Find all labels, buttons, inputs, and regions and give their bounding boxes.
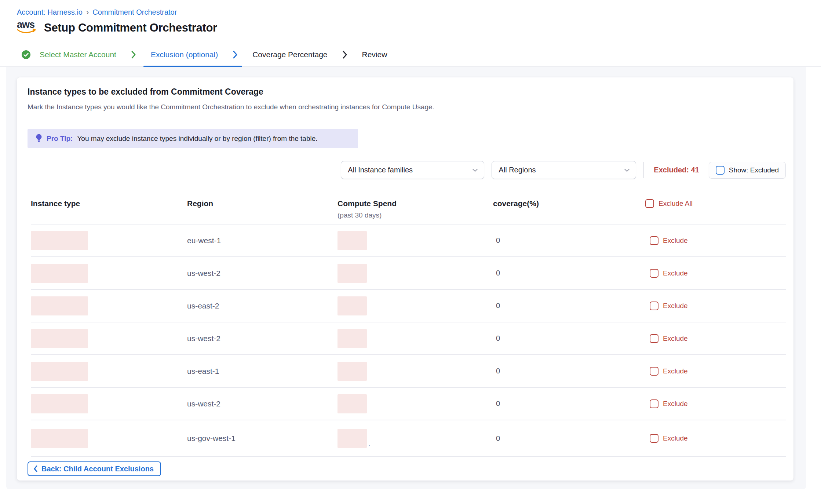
column-header-instance-type: Instance type: [31, 199, 187, 208]
step-select-master-account[interactable]: Select Master Account: [21, 43, 118, 66]
step-exclusion-optional[interactable]: Exclusion (optional): [149, 43, 220, 66]
coverage-cell: 0: [493, 399, 645, 408]
compute-spend-cell: .: [337, 429, 493, 448]
instance-families-select[interactable]: All Instance families: [341, 161, 484, 179]
exclude-all-control[interactable]: Exclude All: [645, 199, 786, 208]
exclude-all-checkbox[interactable]: [645, 199, 654, 208]
page-title: Setup Commitment Orchestrator: [44, 21, 217, 34]
compute-spend-cell: [337, 296, 493, 315]
redacted-instance-type: [31, 429, 88, 448]
column-header-compute-spend: Compute Spend (past 30 days): [337, 199, 493, 219]
compute-spend-header-label: Compute Spend: [337, 199, 493, 208]
table-row: us-gov-west-1 . 0 Exclude: [31, 420, 786, 457]
instance-type-cell: [31, 231, 187, 250]
exclude-checkbox[interactable]: [650, 236, 658, 245]
wizard-stepper: Select Master Account Exclusion (optiona…: [0, 43, 821, 67]
redacted-instance-type: [31, 296, 88, 315]
region-cell: eu-west-1: [187, 236, 337, 245]
coverage-cell: 0: [493, 236, 645, 245]
table-body: eu-west-1 0 Exclude us-west-2 0 Exclude …: [31, 224, 786, 457]
exclude-checkbox[interactable]: [650, 399, 658, 408]
instance-type-cell: [31, 329, 187, 348]
instance-exclusion-table: Instance type Region Compute Spend (past…: [31, 193, 786, 457]
compute-spend-header-period: (past 30 days): [337, 211, 493, 219]
redacted-compute-spend: [337, 264, 367, 283]
chevron-right-icon: [233, 50, 238, 59]
chevron-right-icon: [131, 50, 136, 59]
exclude-label: Exclude: [663, 237, 688, 245]
exclude-checkbox[interactable]: [650, 269, 658, 278]
chevron-down-icon: [472, 168, 478, 172]
compute-spend-cell: [337, 329, 493, 348]
excluded-count: Excluded: 41: [654, 166, 699, 174]
exclude-control[interactable]: Exclude: [645, 399, 786, 408]
exclude-checkbox[interactable]: [650, 334, 658, 343]
setup-commitment-orchestrator-page: Account: Harness.io › Commitment Orchest…: [0, 0, 821, 504]
redacted-compute-spend: [337, 329, 367, 348]
instance-type-cell: [31, 264, 187, 283]
instance-families-select-value: All Instance families: [348, 166, 413, 174]
table-row: eu-west-1 0 Exclude: [31, 224, 786, 257]
exclude-checkbox[interactable]: [650, 367, 658, 376]
chevron-right-icon: [342, 50, 347, 59]
redacted-instance-type: [31, 231, 88, 250]
redacted-compute-spend: [337, 231, 367, 250]
step-completed-check-icon: [21, 50, 31, 59]
exclude-control[interactable]: Exclude: [645, 334, 786, 343]
exclude-label: Exclude: [663, 434, 688, 442]
content-panel: Instance types to be excluded from Commi…: [6, 67, 806, 489]
instance-type-cell: [31, 429, 187, 448]
region-cell: us-gov-west-1: [187, 434, 337, 443]
regions-select-value: All Regions: [499, 166, 536, 174]
title-row: aws Setup Commitment Orchestrator: [17, 20, 217, 36]
lightbulb-icon: [36, 134, 42, 144]
region-cell: us-west-2: [187, 399, 337, 408]
regions-select[interactable]: All Regions: [492, 161, 636, 179]
filter-row: All Instance families All Regions Exclud…: [341, 161, 786, 179]
table-row: us-east-1 0 Exclude: [31, 355, 786, 388]
step-coverage-percentage[interactable]: Coverage Percentage: [250, 43, 329, 66]
vertical-divider: [643, 162, 644, 178]
show-excluded-label: Show: Excluded: [729, 166, 779, 174]
redacted-compute-spend: [337, 429, 367, 448]
redacted-instance-type: [31, 362, 88, 381]
redacted-instance-type: [31, 394, 88, 413]
redacted-compute-spend: [337, 296, 367, 315]
instance-type-cell: [31, 296, 187, 315]
show-excluded-checkbox[interactable]: [716, 166, 725, 175]
breadcrumb-separator-icon: ›: [86, 9, 89, 16]
breadcrumb: Account: Harness.io › Commitment Orchest…: [17, 8, 177, 17]
section-subheading: Mark the Instance types you would like t…: [28, 103, 434, 111]
redacted-compute-spend: [337, 394, 367, 413]
back-button-label: Back: Child Account Exclusions: [41, 465, 154, 473]
back-button[interactable]: Back: Child Account Exclusions: [28, 461, 161, 476]
column-header-region: Region: [187, 199, 337, 208]
exclusion-card: Instance types to be excluded from Commi…: [17, 77, 793, 481]
breadcrumb-page-link[interactable]: Commitment Orchestrator: [92, 8, 177, 17]
step-label: Coverage Percentage: [250, 50, 329, 59]
compute-spend-cell: [337, 264, 493, 283]
exclude-checkbox[interactable]: [650, 434, 658, 443]
table-row: us-west-2 0 Exclude: [31, 388, 786, 420]
exclude-control[interactable]: Exclude: [645, 434, 786, 443]
coverage-cell: 0: [493, 334, 645, 343]
section-heading: Instance types to be excluded from Commi…: [28, 87, 263, 97]
step-review[interactable]: Review: [360, 43, 390, 66]
coverage-cell: 0: [493, 434, 645, 443]
compute-spend-cell: [337, 362, 493, 381]
breadcrumb-account-link[interactable]: Account: Harness.io: [17, 8, 83, 17]
exclude-label: Exclude: [663, 302, 688, 310]
step-label: Select Master Account: [37, 50, 118, 59]
table-row: us-east-2 0 Exclude: [31, 290, 786, 322]
exclude-checkbox[interactable]: [650, 302, 658, 310]
exclude-control[interactable]: Exclude: [645, 367, 786, 376]
exclude-control[interactable]: Exclude: [645, 302, 786, 310]
redacted-compute-spend: [337, 362, 367, 381]
region-cell: us-west-2: [187, 334, 337, 343]
show-excluded-toggle[interactable]: Show: Excluded: [709, 162, 786, 179]
exclude-control[interactable]: Exclude: [645, 236, 786, 245]
pro-tip-label: Pro Tip:: [47, 135, 73, 143]
compute-spend-cell: [337, 394, 493, 413]
region-cell: us-east-2: [187, 302, 337, 310]
exclude-control[interactable]: Exclude: [645, 269, 786, 278]
